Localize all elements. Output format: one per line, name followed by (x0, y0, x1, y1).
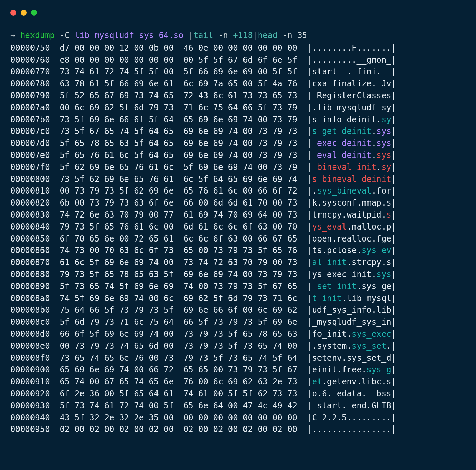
hex-bytes: d7 00 00 00 12 00 0b 00 46 0e 00 00 00 0… (60, 43, 298, 53)
hex-bytes: 74 73 00 70 63 6c 6f 73 65 00 73 79 73 5… (60, 246, 298, 255)
offset: 000008d0 (10, 329, 50, 339)
ascii: |fo_init.sys_exec| (307, 329, 396, 339)
hexdump-row: 00000780 63 78 61 5f 66 69 6e 61 6c 69 7… (10, 78, 466, 90)
ascii: |.sys_bineval.for| (307, 186, 396, 196)
hexdump-row: 00000930 5f 73 74 61 72 74 00 5f 65 6e 6… (10, 400, 466, 412)
hexdump-row: 00000840 79 73 5f 65 76 61 6c 00 6d 61 6… (10, 221, 466, 233)
ascii: |................| (307, 424, 396, 434)
ascii: |s_info_deinit.sy| (307, 115, 396, 124)
head-cmd: head (258, 30, 278, 40)
hexdump-row: 00000940 43 5f 32 2e 32 2e 35 00 00 00 0… (10, 412, 466, 424)
offset: 00000900 (10, 365, 50, 374)
offset: 00000930 (10, 401, 50, 410)
offset: 000008c0 (10, 317, 50, 327)
hex-bytes: 66 6f 5f 69 6e 69 74 00 73 79 73 5f 65 7… (60, 329, 298, 339)
hexdump-row: 00000810 00 73 79 73 5f 62 69 6e 65 76 6… (10, 185, 466, 197)
offset: 00000870 (10, 258, 50, 267)
ascii: |_mysqludf_sys_in| (307, 317, 396, 327)
hexdump-row: 00000750 d7 00 00 00 12 00 0b 00 46 0e 0… (10, 42, 466, 54)
ascii: |........F.......| (307, 43, 396, 53)
hex-bytes: 6f 70 65 6e 00 72 65 61 6c 6c 6f 63 00 6… (60, 234, 298, 244)
head-flag: -n (283, 30, 292, 40)
hexdump-row: 00000760 e8 00 00 00 00 00 00 00 00 5f 5… (10, 54, 466, 66)
hexdump-row: 000008f0 73 65 74 65 6e 76 00 73 79 73 5… (10, 352, 466, 364)
hexdump-row: 000007e0 5f 65 76 61 6c 5f 64 65 69 6e 6… (10, 149, 466, 161)
offset: 00000770 (10, 67, 50, 76)
ascii: |_exec_deinit.sys| (307, 138, 396, 148)
hexdump-row: 00000850 6f 70 65 6e 00 72 65 61 6c 6c 6… (10, 233, 466, 245)
offset: 00000780 (10, 79, 50, 88)
maximize-icon[interactable] (31, 10, 37, 16)
ascii: |al_init.strcpy.s| (307, 258, 396, 267)
hex-bytes: e8 00 00 00 00 00 00 00 00 5f 5f 67 6d 6… (60, 55, 298, 65)
minimize-icon[interactable] (21, 10, 27, 16)
ascii: |_eval_deinit.sys| (307, 150, 396, 160)
hexdump-row: 00000770 73 74 61 72 74 5f 5f 00 5f 66 6… (10, 66, 466, 78)
hexdump-row: 000007c0 73 5f 67 65 74 5f 64 65 69 6e 6… (10, 125, 466, 137)
tail-num: +118 (233, 30, 253, 40)
offset: 00000940 (10, 413, 50, 422)
offset: 00000950 (10, 424, 50, 434)
hex-bytes: 43 5f 32 2e 32 2e 35 00 00 00 00 00 00 0… (60, 413, 298, 422)
offset: 000008f0 (10, 353, 50, 363)
ascii: |cxa_finalize._Jv| (307, 79, 396, 88)
hexdump-row: 000008e0 00 73 79 73 74 65 6d 00 73 79 7… (10, 340, 466, 352)
hex-bytes: 61 6c 5f 69 6e 69 74 00 73 74 72 63 70 7… (60, 258, 298, 267)
offset: 00000890 (10, 282, 50, 291)
offset: 00000760 (10, 55, 50, 65)
hex-bytes: 5f 65 78 65 63 5f 64 65 69 6e 69 74 00 7… (60, 138, 298, 148)
offset: 00000850 (10, 234, 50, 244)
offset: 00000790 (10, 91, 50, 100)
hex-bytes: 02 00 02 00 02 00 02 00 02 00 02 00 02 0… (60, 424, 298, 434)
ascii: |.system.sys_set.| (307, 341, 396, 351)
hexdump-row: 000008a0 74 5f 69 6e 69 74 00 6c 69 62 5… (10, 293, 466, 305)
prompt-arrow: → (10, 30, 15, 40)
offset: 00000840 (10, 222, 50, 232)
hex-bytes: 73 5f 62 69 6e 65 76 61 6c 5f 64 65 69 6… (60, 174, 298, 184)
window-controls (10, 10, 466, 16)
hexdump-row: 000008d0 66 6f 5f 69 6e 69 74 00 73 79 7… (10, 328, 466, 340)
hexdump-row: 00000950 02 00 02 00 02 00 02 00 02 00 0… (10, 423, 466, 435)
offset: 000008e0 (10, 341, 50, 351)
offset: 00000800 (10, 174, 50, 184)
ascii: |o.6._edata.__bss| (307, 389, 396, 398)
hexdump-flag: -C (60, 30, 70, 40)
offset: 000007d0 (10, 138, 50, 148)
close-icon[interactable] (10, 10, 16, 16)
ascii: |et.getenv.libc.s| (307, 377, 396, 386)
hex-bytes: 74 5f 69 6e 69 74 00 6c 69 62 5f 6d 79 7… (60, 294, 298, 303)
hex-bytes: 73 74 61 72 74 5f 5f 00 5f 66 69 6e 69 0… (60, 67, 298, 76)
ascii: |ys_eval.malloc.p| (307, 222, 396, 232)
hex-bytes: 79 73 5f 65 76 61 6c 00 6d 61 6c 6c 6f 6… (60, 222, 298, 232)
ascii: |start__._fini.__| (307, 67, 396, 76)
ascii: |.lib_mysqludf_sy| (307, 103, 396, 112)
offset: 000007a0 (10, 103, 50, 112)
hexdump-row: 000008b0 75 64 66 5f 73 79 73 5f 69 6e 6… (10, 304, 466, 316)
hexdump-row: 00000890 5f 73 65 74 5f 69 6e 69 74 00 7… (10, 281, 466, 293)
hex-bytes: 74 72 6e 63 70 79 00 77 61 69 74 70 69 6… (60, 210, 298, 220)
ascii: |trncpy.waitpid.s| (307, 210, 396, 220)
hexdump-row: 000007d0 5f 65 78 65 63 5f 64 65 69 6e 6… (10, 137, 466, 149)
hex-bytes: 00 73 79 73 74 65 6d 00 73 79 73 5f 73 6… (60, 341, 298, 351)
hex-bytes: 5f 73 65 74 5f 69 6e 69 74 00 73 79 73 5… (60, 282, 298, 291)
ascii: |C_2.2.5.........| (307, 413, 396, 422)
offset: 000008a0 (10, 294, 50, 303)
hex-bytes: 73 5f 67 65 74 5f 64 65 69 6e 69 74 00 7… (60, 126, 298, 136)
offset: 00000920 (10, 389, 50, 398)
tail-cmd: tail (193, 30, 213, 40)
hexdump-row: 00000830 74 72 6e 63 70 79 00 77 61 69 7… (10, 209, 466, 221)
hex-bytes: 5f 52 65 67 69 73 74 65 72 43 6c 61 73 7… (60, 91, 298, 100)
hex-bytes: 5f 6d 79 73 71 6c 75 64 66 5f 73 79 73 5… (60, 317, 298, 327)
hexdump-row: 00000790 5f 52 65 67 69 73 74 65 72 43 6… (10, 90, 466, 102)
ascii: |s_bineval_deinit| (307, 174, 396, 184)
ascii: |s_get_deinit.sys| (307, 126, 396, 136)
hex-bytes: 63 78 61 5f 66 69 6e 61 6c 69 7a 65 00 5… (60, 79, 298, 88)
hex-bytes: 73 65 74 65 6e 76 00 73 79 73 5f 73 65 7… (60, 353, 298, 363)
hexdump-row: 000007b0 73 5f 69 6e 66 6f 5f 64 65 69 6… (10, 114, 466, 126)
hexdump-row: 00000870 61 6c 5f 69 6e 69 74 00 73 74 7… (10, 257, 466, 269)
offset: 00000830 (10, 210, 50, 220)
hex-bytes: 5f 73 74 61 72 74 00 5f 65 6e 64 00 47 4… (60, 401, 298, 410)
offset: 00000750 (10, 43, 50, 53)
hex-bytes: 65 74 00 67 65 74 65 6e 76 00 6c 69 62 6… (60, 377, 298, 386)
command-line[interactable]: → hexdump -C lib_mysqludf_sys_64.so |tai… (10, 29, 466, 41)
